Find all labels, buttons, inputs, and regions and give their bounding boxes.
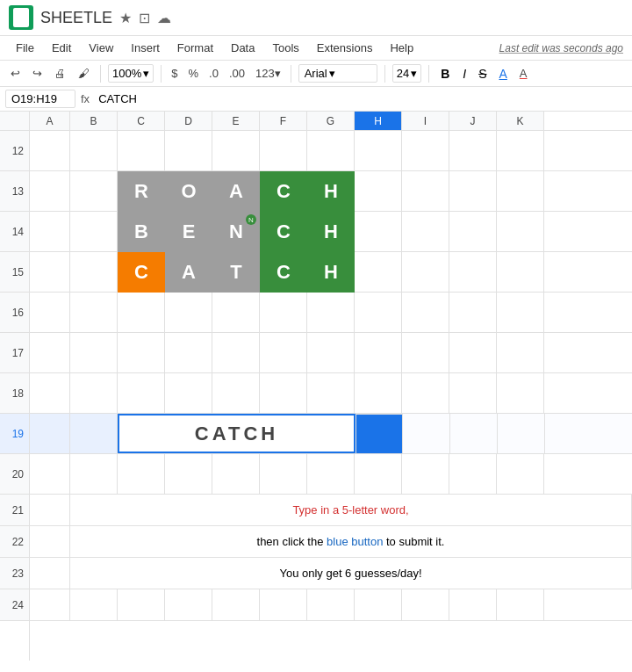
cell-j16[interactable] <box>449 293 497 332</box>
cell-i14[interactable] <box>402 212 449 251</box>
cell-k20[interactable] <box>497 454 544 494</box>
cell-b12[interactable] <box>70 131 118 170</box>
col-header-f[interactable]: F <box>260 112 307 130</box>
wordle-c2[interactable]: C <box>260 212 307 252</box>
cell-b18[interactable] <box>70 373 118 413</box>
cell-d16[interactable] <box>165 293 212 332</box>
cell-g16[interactable] <box>307 293 355 332</box>
col-header-h[interactable]: H <box>355 112 402 130</box>
zoom-selector[interactable]: 100% ▾ <box>108 64 154 83</box>
cell-i15[interactable] <box>402 252 449 292</box>
cell-b19[interactable] <box>70 414 118 453</box>
cell-f20[interactable] <box>260 454 307 494</box>
underline-button[interactable]: A <box>496 65 511 83</box>
cell-c24[interactable] <box>118 589 165 620</box>
wordle-o[interactable]: O <box>165 171 212 212</box>
cell-d20[interactable] <box>165 454 212 494</box>
cell-c16[interactable] <box>118 293 165 332</box>
cell-d17[interactable] <box>165 333 212 372</box>
cell-a19[interactable] <box>30 414 70 453</box>
cell-a16[interactable] <box>30 293 70 332</box>
cell-j14[interactable] <box>449 212 497 251</box>
cell-i18[interactable] <box>402 373 449 413</box>
cell-k15[interactable] <box>497 252 544 292</box>
cell-a17[interactable] <box>30 333 70 372</box>
wordle-r[interactable]: R <box>118 171 165 212</box>
wordle-c3[interactable]: C <box>118 252 165 293</box>
cell-a12[interactable] <box>30 131 70 170</box>
wordle-h3[interactable]: H <box>307 252 355 293</box>
cell-reference[interactable]: O19:H19 <box>5 90 75 108</box>
cell-h16[interactable] <box>355 293 402 332</box>
cell-j18[interactable] <box>449 373 497 413</box>
col-header-b[interactable]: B <box>70 112 118 130</box>
wordle-c1[interactable]: C <box>260 171 307 212</box>
menu-data[interactable]: Data <box>224 38 262 58</box>
strikethrough-button[interactable]: S <box>475 65 490 83</box>
col-header-k[interactable]: K <box>497 112 544 130</box>
cell-f12[interactable] <box>260 131 307 170</box>
col-header-a[interactable]: A <box>30 112 70 130</box>
wordle-h2[interactable]: H <box>307 212 355 252</box>
wordle-a[interactable]: A <box>212 171 260 212</box>
menu-format[interactable]: Format <box>170 38 220 58</box>
cell-i12[interactable] <box>402 131 449 170</box>
font-selector[interactable]: Arial ▾ <box>298 64 377 83</box>
cell-a22[interactable] <box>30 526 70 557</box>
paint-format-button[interactable]: 🖌 <box>75 65 93 82</box>
cell-e24[interactable] <box>212 589 260 620</box>
cell-j19[interactable] <box>450 414 498 453</box>
formula-input[interactable] <box>95 90 627 107</box>
menu-file[interactable]: File <box>9 38 41 58</box>
col-header-g[interactable]: G <box>307 112 355 130</box>
submit-button[interactable] <box>356 414 403 454</box>
cell-e20[interactable] <box>212 454 260 494</box>
menu-help[interactable]: Help <box>383 38 420 58</box>
cell-i24[interactable] <box>402 589 449 620</box>
wordle-n[interactable]: N N <box>212 212 260 252</box>
col-header-j[interactable]: J <box>449 112 497 130</box>
cell-a23[interactable] <box>30 558 70 589</box>
cell-c12[interactable] <box>118 131 165 170</box>
cell-j17[interactable] <box>449 333 497 372</box>
cell-e18[interactable] <box>212 373 260 413</box>
cell-d24[interactable] <box>165 589 212 620</box>
cell-g18[interactable] <box>307 373 355 413</box>
wordle-h1[interactable]: H <box>307 171 355 212</box>
cell-d18[interactable] <box>165 373 212 413</box>
decimal0-button[interactable]: .0 <box>206 65 221 82</box>
cell-k12[interactable] <box>497 131 544 170</box>
cell-a13[interactable] <box>30 171 70 211</box>
decimal00-button[interactable]: .00 <box>226 65 248 82</box>
cell-g24[interactable] <box>307 589 355 620</box>
cell-j15[interactable] <box>449 252 497 292</box>
cell-b16[interactable] <box>70 293 118 332</box>
cell-h24[interactable] <box>355 589 402 620</box>
cell-i19[interactable] <box>403 414 450 453</box>
cell-e12[interactable] <box>212 131 260 170</box>
cell-f17[interactable] <box>260 333 307 372</box>
word-input-cell[interactable] <box>118 414 356 453</box>
cell-a21[interactable] <box>30 495 70 525</box>
cell-f16[interactable] <box>260 293 307 332</box>
col-header-i[interactable]: I <box>402 112 449 130</box>
wordle-a2[interactable]: A <box>165 252 212 293</box>
wordle-e[interactable]: E <box>165 212 212 252</box>
col-header-e[interactable]: E <box>212 112 260 130</box>
cell-k13[interactable] <box>497 171 544 211</box>
number-format-button[interactable]: 123▾ <box>253 65 284 82</box>
menu-view[interactable]: View <box>82 38 120 58</box>
cell-b17[interactable] <box>70 333 118 372</box>
cell-e17[interactable] <box>212 333 260 372</box>
wordle-c4[interactable]: C <box>260 252 307 293</box>
cell-i16[interactable] <box>402 293 449 332</box>
cell-j13[interactable] <box>449 171 497 211</box>
cell-j24[interactable] <box>449 589 497 620</box>
percent-button[interactable]: % <box>185 65 201 82</box>
undo-button[interactable]: ↩ <box>7 65 24 82</box>
cell-a24[interactable] <box>30 589 70 620</box>
cell-a18[interactable] <box>30 373 70 413</box>
wordle-b[interactable]: B <box>118 212 165 252</box>
cell-b15[interactable] <box>70 252 118 292</box>
font-size-selector[interactable]: 24 ▾ <box>392 64 421 83</box>
